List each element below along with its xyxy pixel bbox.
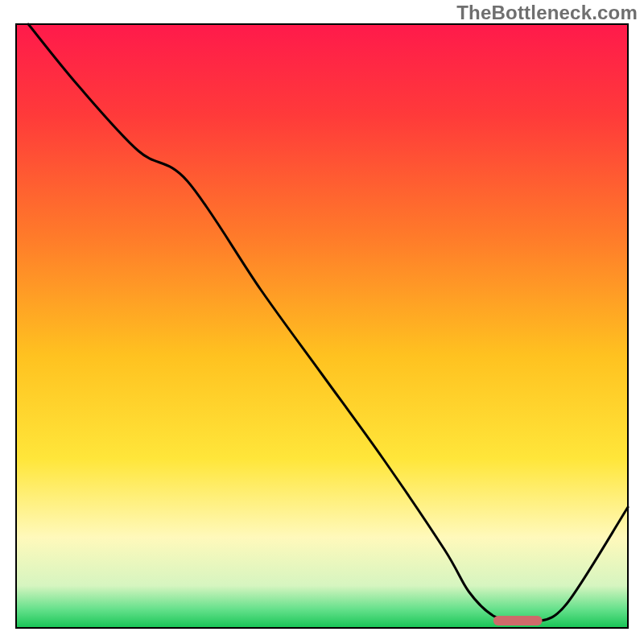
chart-container: TheBottleneck.com (0, 0, 644, 644)
bottleneck-chart (0, 0, 644, 644)
optimum-range-marker (493, 616, 543, 625)
plot-background (16, 24, 628, 628)
